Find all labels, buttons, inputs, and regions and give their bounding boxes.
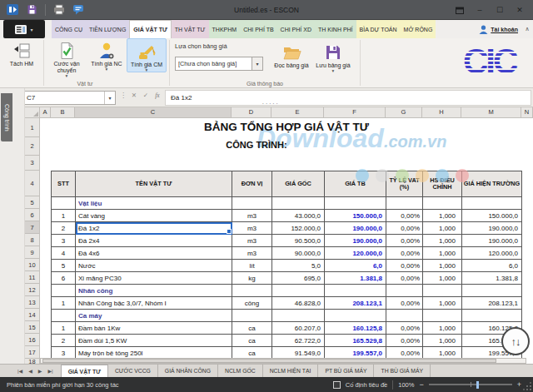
table-header-gia-hien-truong[interactable]: GIÁ HIỆN TRƯỜNG — [462, 171, 522, 197]
resize-grip[interactable] — [530, 389, 531, 390]
sheet-tab-nclm-goc[interactable]: NCLM GỐC — [218, 365, 263, 377]
cuoc-van-chuyen-button[interactable]: Cước vận chuyển ▾ — [47, 38, 87, 77]
cell-field-price[interactable]: 150.000,0 — [462, 210, 522, 222]
cell-vat[interactable]: 0,00% — [386, 222, 423, 235]
cell-avg[interactable] — [325, 310, 386, 322]
cell-vat[interactable]: 0,00% — [386, 322, 423, 335]
cell-base-price[interactable]: 695,0 — [272, 272, 325, 285]
insert-function-icon[interactable]: fx — [152, 92, 163, 99]
cell-name-dam-dui-1-5-kw[interactable]: Đầm dùi 1,5 KW — [76, 335, 232, 347]
ribbon-tab-tien-luong[interactable]: TIỀN LƯỢNG — [86, 20, 129, 38]
cell-stt[interactable]: 1 — [52, 297, 76, 310]
cell-unit[interactable] — [232, 285, 272, 297]
horizontal-scrollbar[interactable] — [40, 358, 526, 364]
minimize-button[interactable]: – — [470, 0, 490, 20]
cell-stt[interactable]: 5 — [52, 260, 76, 272]
cell-adj[interactable] — [423, 285, 462, 297]
sheet-tab-cuoc-vccg[interactable]: CƯỚC VCCG — [108, 365, 158, 377]
cell-adjust-factor[interactable]: 1,000 — [423, 210, 462, 222]
cell-field[interactable] — [462, 310, 522, 322]
cell-vat[interactable]: 0,00% — [386, 272, 423, 285]
table-header-ten-vat-tu[interactable]: TÊN VẬT TƯ — [76, 171, 232, 197]
cell-base[interactable] — [272, 285, 325, 297]
tinh-gia-nc-button[interactable]: Tính giá NC ▾ — [87, 38, 127, 71]
column-header-e[interactable]: E — [271, 107, 324, 118]
cell-avg[interactable] — [325, 197, 386, 210]
tach-hm-button[interactable]: Tách HM — [2, 38, 42, 67]
cell-avg-price[interactable]: 1.381,8 — [325, 272, 386, 285]
maximize-button[interactable]: ☐ — [490, 0, 510, 20]
cell-adjust-factor[interactable]: 1,000 — [423, 260, 462, 272]
row-header-13[interactable]: 13 — [25, 296, 40, 309]
cell-unit[interactable]: lít — [232, 260, 272, 272]
row-header-15[interactable]: 15 — [25, 321, 40, 334]
chevron-down-icon[interactable]: ▾ — [252, 57, 262, 70]
price-list-combo[interactable]: [Chưa chọn bảng giá] ▾ — [175, 57, 263, 71]
cell-name-da-4x6[interactable]: Đá 4x6 — [76, 247, 232, 260]
cell-vat[interactable]: 0,00% — [386, 335, 423, 347]
cell-unit[interactable]: m3 — [232, 247, 272, 260]
row-header-6[interactable]: 6 — [25, 209, 40, 221]
column-header-m[interactable]: M — [461, 107, 521, 118]
section-row-ca-may[interactable]: Ca máy — [76, 310, 232, 322]
cell-base-price[interactable]: 43.000,0 — [272, 210, 325, 222]
cell-field[interactable] — [462, 197, 522, 210]
style-settings-icon[interactable] — [450, 0, 470, 20]
cell-stt[interactable]: 6 — [52, 272, 76, 285]
scroll-updown-button[interactable]: ↑↓ — [501, 327, 530, 355]
cell-unit[interactable]: m3 — [232, 222, 272, 235]
cell-field-price[interactable]: 190.000,0 — [462, 222, 522, 235]
table-header-gia-goc[interactable]: GIÁ GỐC — [272, 171, 325, 197]
sheet-tab-gia-nhan-cong[interactable]: GIÁ NHÂN CÔNG — [158, 365, 218, 377]
cell-avg-price[interactable]: 120.000,0 — [325, 247, 386, 260]
cell-unit[interactable] — [232, 310, 272, 322]
table-header-stt[interactable]: STT — [52, 171, 76, 197]
cell-name-nuoc[interactable]: Nước — [76, 260, 232, 272]
ribbon-tab-chi-phi-xd[interactable]: CHI PHÍ XD — [277, 20, 315, 38]
cell-name-da-2x4[interactable]: Đá 2x4 — [76, 235, 232, 247]
cell-stt[interactable]: 2 — [52, 222, 76, 235]
cell-avg-price[interactable]: 190.000,0 — [325, 235, 386, 247]
ribbon-tab-th-vat-tu[interactable]: TH VẬT TƯ — [172, 20, 209, 38]
row-header-4[interactable]: 4 — [25, 171, 40, 196]
cell-base[interactable] — [272, 197, 325, 210]
menu-button[interactable]: ▾ — [3, 20, 45, 38]
cell-adj[interactable] — [423, 310, 462, 322]
cell-adjust-factor[interactable]: 1,000 — [423, 235, 462, 247]
cell-vat[interactable]: 0,00% — [386, 297, 423, 310]
confirm-entry-icon[interactable]: ✓ — [140, 92, 152, 99]
column-header-g[interactable]: G — [386, 107, 422, 118]
nav-prev-icon[interactable]: ◀ — [26, 368, 35, 374]
row-header-14[interactable]: 14 — [25, 309, 40, 321]
table-header-don-vi[interactable]: ĐƠN VỊ — [232, 171, 272, 197]
cell-stt[interactable] — [52, 285, 76, 297]
row-header-5[interactable]: 5 — [25, 196, 40, 209]
cell-vat[interactable] — [386, 310, 423, 322]
cell-name-nhan-cong-bac-3-0-7-nhom-i[interactable]: Nhân Công bậc 3,0/7, Nhóm I — [76, 297, 232, 310]
cell-stt[interactable]: 2 — [52, 335, 76, 347]
cell-base-price[interactable]: 90.000,0 — [272, 247, 325, 260]
column-header-h[interactable]: H — [422, 107, 461, 118]
row-header-7[interactable]: 7 — [25, 221, 40, 234]
sheet-tab-gia-vat-tu[interactable]: GIÁ VẬT TƯ — [61, 365, 108, 377]
cell-name-box[interactable]: C7 ▾ — [22, 91, 116, 105]
cell-field-price[interactable]: 120.000,0 — [462, 247, 522, 260]
ribbon-tab-mo-rong[interactable]: MỞ RỘNG — [401, 20, 436, 38]
cell-name-dam-ban-1kw[interactable]: Đầm bàn 1Kw — [76, 322, 232, 335]
ribbon-tab-cong-cu[interactable]: CÔNG CỤ — [52, 20, 86, 38]
row-header-17[interactable]: 17 — [25, 346, 40, 359]
section-row-vat-lieu[interactable]: Vật liệu — [76, 197, 232, 210]
cell-name-xi-mang-pc30[interactable]: Xi măng PC30 — [76, 272, 232, 285]
side-panel-tab-cong-trinh[interactable]: Công trình — [1, 93, 12, 141]
nav-first-icon[interactable]: |◀ — [15, 368, 25, 374]
cell-avg-price[interactable]: 6,0 — [325, 260, 386, 272]
cell-base-price[interactable]: 152.000,0 — [272, 222, 325, 235]
cell-adj[interactable] — [423, 197, 462, 210]
cell-vat[interactable]: 0,00% — [386, 260, 423, 272]
row-header-11[interactable]: 11 — [25, 271, 40, 284]
cell-avg-price[interactable]: 160.125,8 — [325, 322, 386, 335]
column-header-n[interactable]: N — [521, 107, 533, 118]
column-header-a[interactable]: A — [40, 107, 51, 118]
cell-stt[interactable]: 4 — [52, 247, 76, 260]
cell-adjust-factor[interactable]: 1,000 — [423, 297, 462, 310]
